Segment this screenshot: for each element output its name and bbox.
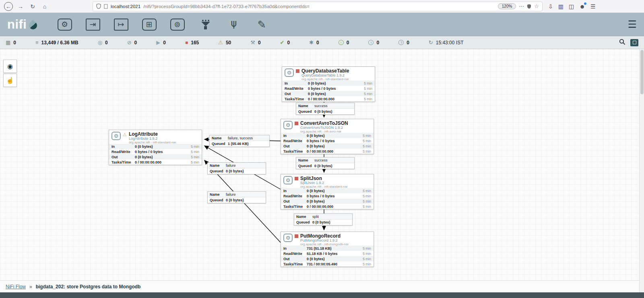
active-threads-icon: ▦ xyxy=(6,40,10,45)
global-menu-icon[interactable]: ☰ xyxy=(628,19,637,29)
processor-bundle: org.apache.nifi - nifi-avro-nar xyxy=(300,130,348,133)
processor-logattribute[interactable]: ⚙ ⚠ LogAttribute LogAttribute 1.9.2 org.… xyxy=(109,130,202,165)
template-icon: ⋔ xyxy=(229,19,238,30)
disabled-icon: ⚒ xyxy=(250,40,255,45)
connection-label-success-1[interactable]: Namesuccess Queued0 (0 bytes) xyxy=(296,103,355,115)
stat-in: In731 (51.18 KB)5 min xyxy=(281,246,374,251)
status-last-refresh[interactable]: ↻ 15:43:00 IST xyxy=(429,40,464,46)
connection-label-failure-1[interactable]: Namefailure Queued0 (0 bytes) xyxy=(207,162,266,174)
connection-label-failure-2[interactable]: Namefailure Queued0 (0 bytes) xyxy=(207,191,266,203)
processor-type: SplitJson 1.9.2 xyxy=(300,181,348,185)
refresh-icon[interactable]: ↻ xyxy=(429,40,433,45)
status-active-threads: ▦ 0 xyxy=(6,40,16,46)
back-button[interactable]: ← xyxy=(4,2,13,11)
processor-splitjson[interactable]: ⚙ SplitJson SplitJson 1.9.2 org.apache.n… xyxy=(281,174,374,209)
browser-menu-icon[interactable]: ☰ xyxy=(590,3,596,10)
refresh-time: 15:43:00 IST xyxy=(436,40,464,46)
stat-tasks-time: Tasks/Time0 / 00:00:00.0005 min xyxy=(281,204,374,209)
locally-modified-stale-icon: ! xyxy=(368,40,374,45)
stat-out: Out0 (0 bytes)5 min xyxy=(281,256,374,261)
process-group-component[interactable]: ⊞ xyxy=(140,17,159,33)
connection-label-success-2[interactable]: Namesuccess Queued0 (0 bytes) xyxy=(296,157,355,169)
zoom-indicator[interactable]: 120% xyxy=(498,3,516,9)
processor-convertavrotojson[interactable]: ⚙ ConvertAvroToJSON ConvertAvroToJSON 1.… xyxy=(281,119,374,154)
remote-process-group-component[interactable]: ⊚ xyxy=(168,17,187,33)
stat-read-write: Read/Write51.18 KB / 0 bytes5 min xyxy=(281,251,374,256)
breadcrumb-current: bigdata_202: store Postgres data to Mong… xyxy=(36,284,141,290)
navigate-icon: ◉ xyxy=(7,62,13,70)
status-queued: ≡ 13,449 / 6.36 MB xyxy=(35,40,78,46)
process-group-icon: ⊞ xyxy=(142,19,157,31)
account-icon[interactable]: ☻ xyxy=(579,3,585,10)
status-locally-modified-stale: ! 0 xyxy=(368,40,379,46)
hand-icon: ☝ xyxy=(6,77,14,84)
connection-label-failure-success[interactable]: Namefailure, success Queued1 (55.46 KB) xyxy=(209,135,270,147)
processor-component[interactable]: ⚙ xyxy=(56,17,74,33)
processor-stats: In0 (0 bytes)5 min Read/Write0 bytes / 0… xyxy=(282,81,375,101)
shield-icon[interactable] xyxy=(96,4,101,9)
processor-putmongorecord[interactable]: ⚙ PutMongoRecord PutMongoRecord 1.9.2 or… xyxy=(281,232,374,267)
nifi-drop-icon xyxy=(27,19,38,31)
running-icon: ▶ xyxy=(156,40,160,45)
processor-type: ConvertAvroToJSON 1.9.2 xyxy=(300,126,348,130)
stat-tasks-time: Tasks/Time0 / 00:00:00.0005 min xyxy=(281,149,374,154)
stat-out: Out0 (0 bytes)5 min xyxy=(281,143,374,149)
processor-type: QueryDatabaseTable 1.9.2 xyxy=(301,73,349,77)
nifi-logo: nifi xyxy=(7,17,37,32)
label-component[interactable]: ✎ xyxy=(253,17,271,33)
output-port-component[interactable]: ↦ xyxy=(112,17,130,33)
processor-bundle: org.apache.nifi - nifi-standard-nar xyxy=(300,185,348,188)
processor-type-icon: ⚙ xyxy=(283,176,293,184)
stat-read-write: Read/Write0 bytes / 0 bytes5 min xyxy=(281,193,374,199)
processor-header: ⚙ QueryDatabaseTable QueryDatabaseTable … xyxy=(282,67,375,81)
stopped-status-icon xyxy=(295,177,298,180)
sidebar-icon[interactable]: ◫ xyxy=(569,3,574,10)
status-invalid: ⚠ 50 xyxy=(218,40,231,46)
library-icon[interactable]: ▥ xyxy=(558,3,564,10)
input-port-icon: ⇥ xyxy=(86,19,100,31)
processor-type-icon: ⚙ xyxy=(283,234,293,242)
processor-stats: In0 (0 bytes)5 min Read/Write0 bytes / 0… xyxy=(281,133,374,154)
queued-icon: ≡ xyxy=(35,40,39,45)
bookmark-star-icon[interactable]: ☆ xyxy=(534,3,539,9)
nifi-header: nifi ⚙ ⇥ ↦ ⊞ ⊚ xyxy=(0,13,644,36)
url-host: localhost:2021 xyxy=(111,4,140,9)
search-icon[interactable] xyxy=(619,39,625,47)
operate-palette-button[interactable]: ☝ xyxy=(3,74,17,87)
url-path: /nifi/?processGroupId=98bb3434-d7ff-1e72… xyxy=(143,4,495,9)
vertical-scrollbar[interactable] xyxy=(639,49,644,292)
panel-toggle-button[interactable] xyxy=(630,39,638,46)
navigate-palette-button[interactable]: ◉ xyxy=(3,60,17,73)
download-icon[interactable]: ⇩ xyxy=(548,3,553,10)
template-component[interactable]: ⋔ xyxy=(225,17,243,33)
invalid-icon: ⚠ xyxy=(218,40,223,45)
processor-name: SplitJson xyxy=(300,176,348,181)
processor-querydatabasetable[interactable]: ⚙ QueryDatabaseTable QueryDatabaseTable … xyxy=(282,66,375,102)
stat-in: In0 (0 bytes)5 min xyxy=(281,133,374,138)
reload-button[interactable]: ↻ xyxy=(28,2,37,11)
status-not-transmitting: ⊘ 0 xyxy=(127,40,137,46)
page-actions-icon[interactable]: ⋯ xyxy=(519,3,524,9)
nifi-logo-text: nifi xyxy=(7,17,27,32)
flow-canvas[interactable]: ◉ ☝ ⚙ QueryDatabaseTable QueryDatabaseTa… xyxy=(0,49,644,280)
status-bar: ▦ 0 ≡ 13,449 / 6.36 MB ◎ 0 ⊘ 0 ▶ 0 ■ 165… xyxy=(0,36,644,49)
stat-read-write: Read/Write0 bytes / 0 bytes5 min xyxy=(109,149,202,154)
processor-name: LogAttribute xyxy=(129,132,176,137)
processor-header: ⚙ SplitJson SplitJson 1.9.2 org.apache.n… xyxy=(281,174,374,188)
status-stale: ↑ 0 xyxy=(339,40,349,46)
scrollbar-thumb[interactable] xyxy=(640,50,644,94)
stat-read-write: Read/Write0 bytes / 0 bytes5 min xyxy=(281,138,374,143)
forward-button[interactable]: → xyxy=(16,2,25,11)
tracking-shield-icon[interactable] xyxy=(527,4,531,9)
not-transmitting-icon: ⊘ xyxy=(127,40,132,45)
component-toolbar: ⚙ ⇥ ↦ ⊞ ⊚ ⋔ xyxy=(56,17,271,33)
input-port-component[interactable]: ⇥ xyxy=(84,17,102,33)
funnel-component[interactable] xyxy=(196,17,215,33)
connection-label-split[interactable]: Namesplit Queued0 (0 bytes) xyxy=(294,213,353,226)
breadcrumb-root-link[interactable]: NiFi Flow xyxy=(6,284,26,290)
home-button[interactable]: ⌂ xyxy=(40,2,49,11)
url-bar[interactable]: localhost:2021 /nifi/?processGroupId=98b… xyxy=(93,2,543,11)
bottom-strip xyxy=(0,292,644,298)
processor-type-icon: ⚙ xyxy=(111,132,121,140)
stopped-status-icon xyxy=(296,69,299,73)
